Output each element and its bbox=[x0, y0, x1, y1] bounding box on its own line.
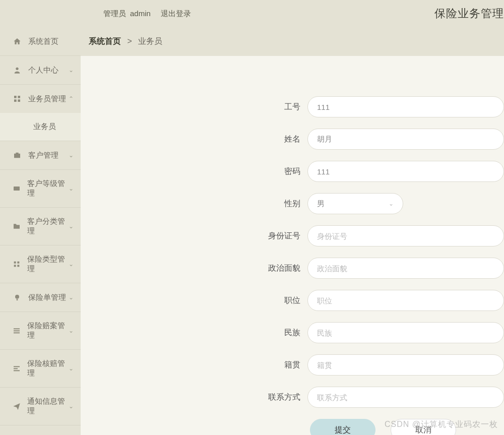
chevron-down-icon: ⌄ bbox=[389, 200, 394, 207]
sidebar: 系统首页 个人中心 ⌄ 业务员管理 ⌃ 业务员 客户管理 ⌄ 客户等级管理 ⌄ bbox=[0, 27, 81, 435]
hometown-input[interactable] bbox=[307, 354, 504, 376]
position-input[interactable] bbox=[307, 290, 504, 311]
sidebar-item-label: 保险赔案管理 bbox=[27, 321, 69, 340]
svg-rect-6 bbox=[14, 188, 20, 189]
contact-input[interactable] bbox=[307, 387, 504, 408]
label-gender: 性别 bbox=[81, 199, 307, 209]
sidebar-item-label: 通知信息管理 bbox=[27, 397, 69, 416]
sidebar-item-home[interactable]: 系统首页 bbox=[0, 27, 81, 56]
id-no-input[interactable] bbox=[307, 225, 504, 246]
label-hometown: 籍贯 bbox=[81, 360, 307, 370]
sidebar-item-label: 系统首页 bbox=[28, 37, 58, 46]
content-area: 系统首页 > 业务员 工号 姓名 密码 性别 男 ⌄ bbox=[81, 27, 504, 435]
sidebar-item-label: 保险核赔管理 bbox=[27, 359, 69, 378]
sidebar-item-customer-level[interactable]: 客户等级管理 ⌄ bbox=[0, 170, 81, 208]
sidebar-item-label: 客户分类管理 bbox=[27, 217, 69, 236]
label-contact: 联系方式 bbox=[81, 392, 307, 403]
svg-rect-16 bbox=[14, 366, 20, 367]
label-position: 职位 bbox=[81, 295, 307, 306]
label-name: 姓名 bbox=[81, 134, 307, 145]
watermark: CSDN @计算机专业码农一枚 bbox=[385, 419, 498, 430]
svg-rect-12 bbox=[17, 299, 18, 300]
chevron-down-icon: ⌄ bbox=[69, 403, 74, 410]
breadcrumb-home[interactable]: 系统首页 bbox=[89, 37, 121, 45]
top-bar: 管理员 admin 退出登录 保险业务管理 bbox=[0, 0, 504, 27]
bulb-icon bbox=[12, 292, 22, 302]
sidebar-item-policy[interactable]: 保险单管理 ⌄ bbox=[0, 283, 81, 312]
grid-icon bbox=[12, 94, 22, 104]
political-input[interactable] bbox=[307, 258, 504, 279]
chevron-down-icon: ⌄ bbox=[69, 261, 74, 268]
label-id-no: 身份证号 bbox=[81, 231, 307, 241]
svg-rect-8 bbox=[17, 262, 19, 264]
logout-link[interactable]: 退出登录 bbox=[161, 9, 191, 19]
sidebar-item-label: 客户管理 bbox=[28, 151, 58, 160]
breadcrumb-current: 业务员 bbox=[138, 37, 162, 45]
sidebar-item-label: 保险类型管理 bbox=[27, 255, 69, 274]
folder-icon bbox=[12, 221, 21, 231]
sidebar-item-agent-mgmt[interactable]: 业务员管理 ⌃ bbox=[0, 85, 81, 113]
svg-rect-17 bbox=[14, 368, 18, 369]
svg-rect-2 bbox=[18, 96, 20, 98]
svg-rect-15 bbox=[14, 332, 20, 333]
sidebar-item-claim[interactable]: 保险赔案管理 ⌄ bbox=[0, 312, 81, 350]
svg-rect-4 bbox=[18, 99, 20, 102]
svg-rect-18 bbox=[14, 370, 20, 371]
chevron-down-icon: ⌄ bbox=[69, 185, 74, 192]
tag-icon bbox=[12, 259, 21, 269]
sidebar-item-review[interactable]: 保险核赔管理 ⌄ bbox=[0, 350, 81, 388]
top-bar-left: 管理员 admin 退出登录 bbox=[103, 9, 191, 19]
submit-button[interactable]: 提交 bbox=[310, 419, 375, 435]
admin-prefix: 管理员 bbox=[103, 9, 126, 19]
chevron-down-icon: ⌄ bbox=[69, 152, 74, 159]
sidebar-item-label: 保险单管理 bbox=[28, 293, 66, 302]
svg-rect-1 bbox=[14, 96, 17, 98]
sidebar-subitem-label: 业务员 bbox=[33, 122, 56, 131]
chevron-down-icon: ⌄ bbox=[69, 67, 74, 74]
breadcrumb-sep: > bbox=[127, 37, 132, 45]
chevron-up-icon: ⌃ bbox=[69, 95, 74, 102]
sidebar-item-customer[interactable]: 客户管理 ⌄ bbox=[0, 141, 81, 170]
svg-rect-3 bbox=[14, 99, 17, 102]
label-political: 政治面貌 bbox=[81, 263, 307, 274]
gender-select[interactable]: 男 ⌄ bbox=[307, 193, 403, 214]
sidebar-item-customer-category[interactable]: 客户分类管理 ⌄ bbox=[0, 208, 81, 245]
label-ethnic: 民族 bbox=[81, 328, 307, 338]
chevron-down-icon: ⌄ bbox=[69, 365, 74, 372]
admin-name: admin bbox=[130, 9, 151, 19]
svg-point-0 bbox=[16, 68, 18, 70]
svg-rect-13 bbox=[14, 328, 20, 329]
password-input[interactable] bbox=[307, 161, 504, 182]
app-title: 保险业务管理 bbox=[434, 6, 504, 21]
sidebar-item-label: 客户等级管理 bbox=[27, 179, 69, 198]
sidebar-item-profile[interactable]: 个人中心 ⌄ bbox=[0, 56, 81, 85]
briefcase-icon bbox=[12, 150, 22, 160]
sidebar-item-notify[interactable]: 通知信息管理 ⌄ bbox=[0, 388, 81, 425]
sidebar-subitem-agent[interactable]: 业务员 bbox=[0, 113, 81, 141]
name-input[interactable] bbox=[307, 129, 504, 150]
svg-rect-14 bbox=[14, 330, 20, 331]
sidebar-item-label: 业务员管理 bbox=[28, 94, 66, 104]
check-icon bbox=[12, 363, 21, 374]
svg-rect-7 bbox=[14, 262, 16, 264]
form: 工号 姓名 密码 性别 男 ⌄ 身份证号 bbox=[81, 56, 504, 435]
label-password: 密码 bbox=[81, 166, 307, 177]
label-emp-no: 工号 bbox=[81, 102, 307, 112]
emp-no-input[interactable] bbox=[307, 96, 504, 117]
list-icon bbox=[12, 326, 21, 336]
send-icon bbox=[12, 401, 21, 411]
sidebar-item-insurance-type[interactable]: 保险类型管理 ⌄ bbox=[0, 245, 81, 283]
home-icon bbox=[12, 36, 22, 46]
breadcrumb: 系统首页 > 业务员 bbox=[81, 27, 504, 56]
chevron-down-icon: ⌄ bbox=[69, 223, 74, 230]
svg-rect-10 bbox=[17, 265, 19, 267]
card-icon bbox=[12, 183, 21, 194]
person-icon bbox=[12, 65, 22, 75]
sidebar-item-label: 个人中心 bbox=[28, 66, 58, 75]
chevron-down-icon: ⌄ bbox=[69, 327, 74, 334]
chevron-down-icon: ⌄ bbox=[69, 294, 74, 301]
gender-selected-value: 男 bbox=[317, 199, 325, 209]
ethnic-input[interactable] bbox=[307, 322, 504, 343]
svg-point-11 bbox=[15, 295, 19, 299]
svg-rect-9 bbox=[14, 265, 16, 267]
